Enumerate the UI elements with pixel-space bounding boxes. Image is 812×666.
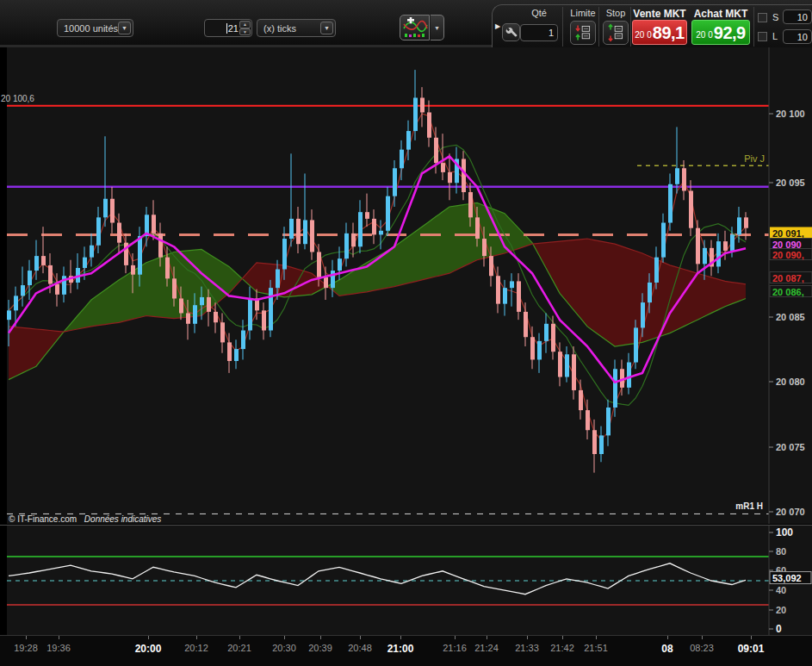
candle-body <box>282 239 287 269</box>
candle-body <box>468 192 473 217</box>
rsi-axis-label: 0 <box>776 623 782 635</box>
candle-body <box>489 256 493 276</box>
price-badge-text: 20 090 <box>772 240 802 250</box>
candle-body <box>530 337 535 359</box>
candle-body <box>496 276 500 303</box>
candle-body <box>682 168 686 190</box>
candle-body <box>241 331 245 350</box>
candle-body <box>48 265 53 284</box>
candle-body <box>689 190 693 227</box>
time-label: 19:28 <box>14 643 38 653</box>
order-settings-button[interactable] <box>502 23 520 41</box>
rsi-panel[interactable]: 10080604020053,092 <box>0 526 812 635</box>
candle-body <box>641 302 645 327</box>
candle-body <box>551 324 555 352</box>
spin-up-button[interactable]: ▲ <box>239 21 251 28</box>
sell-price-prefix: 20 0 <box>635 30 651 40</box>
candle-body <box>462 159 466 192</box>
candle-body <box>675 168 679 184</box>
stop-order-button[interactable] <box>603 21 629 45</box>
qty-input[interactable]: 1 <box>520 24 558 41</box>
limit-distance-input[interactable]: 10 <box>783 29 812 44</box>
candle-body <box>269 288 273 330</box>
rsi-svg: 10080604020053,092 <box>0 526 812 635</box>
candle-body <box>592 430 597 454</box>
chevron-down-icon[interactable]: ▼ <box>320 22 333 34</box>
time-axis[interactable]: 19:2819:3620:0020:1220:2120:3020:3920:48… <box>0 635 812 666</box>
candle-body <box>703 248 707 265</box>
sell-market-button[interactable]: 20 0 89,1 <box>632 20 687 45</box>
candle-body <box>220 322 225 342</box>
credit-text: © IT-Finance.com <box>9 514 77 524</box>
candle-body <box>28 271 32 285</box>
price-axis-label: 20 070 <box>776 507 805 517</box>
rsi-axis-label: 20 <box>776 605 786 615</box>
price-axis-label: 20 095 <box>776 177 805 188</box>
divider <box>753 7 754 47</box>
toolbar: 10000 unités ▼ 21 ▲ ▼ (x) ticks ▼ ▼ ▶ <box>0 0 812 47</box>
candle-body <box>579 390 583 410</box>
price-chart-svg: 20 10020 09520 08520 08020 07520 07020 1… <box>0 47 812 524</box>
qty-label: Qté <box>520 8 558 18</box>
candle-body <box>14 296 18 310</box>
chevron-down-icon[interactable]: ▼ <box>118 22 131 34</box>
ticks-unit-select[interactable]: (x) ticks ▼ <box>257 19 336 37</box>
time-label: 08 <box>661 643 673 655</box>
candle-body <box>503 288 507 304</box>
time-tick <box>59 636 59 639</box>
candle-body <box>262 310 266 330</box>
chart-style-icon <box>402 17 428 38</box>
spin-down-button[interactable]: ▼ <box>239 28 251 36</box>
time-tick <box>26 636 27 639</box>
candle-body <box>517 281 521 311</box>
time-tick <box>196 636 197 639</box>
divider <box>630 7 631 47</box>
candle-body <box>186 313 190 323</box>
order-panel: ▶ Qté 1 Limite Stop <box>492 4 812 47</box>
chart-style-dropdown[interactable]: ▼ <box>431 15 444 40</box>
stop-distance-input[interactable]: 10 <box>783 9 812 24</box>
stop-checkbox[interactable] <box>758 13 767 22</box>
credit-note: Données indicatives <box>84 514 162 524</box>
chart-style-button[interactable] <box>400 15 430 40</box>
collapse-arrow-icon[interactable]: ▶ <box>495 22 500 30</box>
time-label: 20:48 <box>348 643 372 653</box>
limit-checkbox[interactable] <box>758 32 767 41</box>
time-label: 09:01 <box>738 643 765 655</box>
buy-price-prefix: 20 0 <box>696 30 712 40</box>
units-select[interactable]: 10000 unités ▼ <box>57 19 133 37</box>
time-label: 21:33 <box>515 643 539 653</box>
candle-body <box>90 246 94 258</box>
price-chart[interactable]: 20 10020 09520 08520 08020 07520 07020 1… <box>0 47 812 524</box>
candle-body <box>379 231 383 235</box>
limit-order-button[interactable] <box>570 21 596 45</box>
candle-body <box>565 354 569 377</box>
candle-body <box>324 277 328 288</box>
candle-body <box>661 223 666 258</box>
candle-body <box>103 199 108 218</box>
time-label: 21:51 <box>584 643 608 653</box>
price-axis-label: 20 075 <box>776 442 805 452</box>
candle-body <box>248 298 252 330</box>
price-badge-text: 20 091, <box>772 228 804 239</box>
time-tick <box>751 636 752 639</box>
resistance-price-label: 20 100,6 <box>1 94 34 103</box>
time-label: 19:36 <box>46 643 71 653</box>
time-label: 20:30 <box>272 643 296 653</box>
candle-body <box>400 150 404 169</box>
ticks-count-input[interactable]: 21 ▲ ▼ <box>204 19 252 37</box>
mr1-label: mR1 H <box>735 501 763 511</box>
candle-body <box>448 172 452 183</box>
candle-body <box>234 349 239 361</box>
spinner: ▲ ▼ <box>239 21 251 35</box>
candle-body <box>668 184 673 223</box>
candle-body <box>41 256 46 265</box>
candle-body <box>296 219 301 244</box>
candle-body <box>406 131 411 150</box>
candle-body <box>152 215 156 233</box>
stop-order-icon <box>606 23 625 42</box>
buy-market-button[interactable]: 20 0 92,9 <box>691 20 750 45</box>
candle-body <box>34 256 39 271</box>
candle-body <box>627 363 631 388</box>
candle-body <box>193 305 197 324</box>
